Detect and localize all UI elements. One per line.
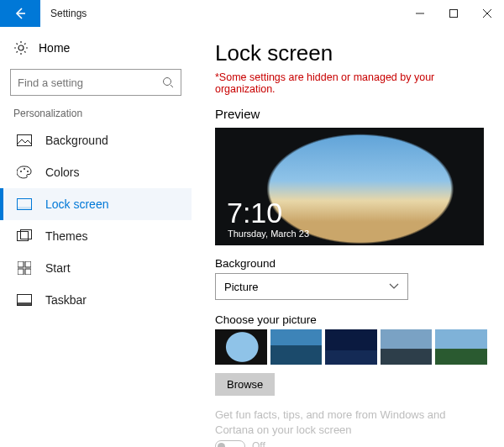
app-title: Settings xyxy=(40,0,97,27)
sidebar-item-lock-screen[interactable]: Lock screen xyxy=(0,188,192,220)
picture-thumb-3[interactable] xyxy=(325,329,377,365)
preview-label: Preview xyxy=(215,107,487,121)
funfacts-label: Get fun facts, tips, and more from Windo… xyxy=(215,408,487,437)
sidebar-item-label: Background xyxy=(45,134,108,147)
picture-thumb-2[interactable] xyxy=(270,329,323,365)
picture-thumb-5[interactable] xyxy=(435,329,487,365)
picture-thumbnails xyxy=(215,329,487,365)
sidebar-item-label: Lock screen xyxy=(45,197,108,211)
content: Lock screen *Some settings are hidden or… xyxy=(192,27,504,447)
minimize-icon xyxy=(416,9,424,18)
svg-point-1 xyxy=(18,45,24,50)
choose-picture-label: Choose your picture xyxy=(215,313,487,326)
minimize-button[interactable] xyxy=(403,0,437,27)
svg-rect-8 xyxy=(18,207,31,209)
svg-rect-12 xyxy=(25,261,31,267)
close-icon xyxy=(483,9,491,18)
lock-screen-preview: 7:10 Thursday, March 23 xyxy=(215,128,484,245)
background-dropdown-value: Picture xyxy=(224,281,258,293)
search-input[interactable] xyxy=(18,76,162,89)
funfacts-toggle-state: Off xyxy=(252,440,265,447)
preview-date: Thursday, March 23 xyxy=(228,229,309,239)
page-title: Lock screen xyxy=(215,40,487,66)
org-managed-note: *Some settings are hidden or managed by … xyxy=(215,71,487,95)
svg-point-6 xyxy=(27,171,29,172)
svg-point-4 xyxy=(20,171,22,172)
svg-rect-3 xyxy=(18,135,32,146)
sidebar-item-label: Start xyxy=(45,261,71,275)
background-dropdown[interactable]: Picture xyxy=(215,273,408,300)
sidebar-item-taskbar[interactable]: Taskbar xyxy=(0,284,192,316)
toggle-knob xyxy=(218,443,225,447)
svg-rect-14 xyxy=(25,269,31,275)
sidebar: Home Personalization Background Colors L… xyxy=(0,27,192,447)
sidebar-section-label: Personalization xyxy=(0,108,192,124)
svg-point-5 xyxy=(24,168,25,170)
svg-rect-0 xyxy=(450,10,458,18)
funfacts-toggle: Off xyxy=(215,440,487,447)
toggle-track xyxy=(215,440,245,447)
sidebar-item-home[interactable]: Home xyxy=(0,34,192,62)
svg-point-2 xyxy=(164,78,171,86)
titlebar: Settings xyxy=(0,0,504,27)
search-input-wrap[interactable] xyxy=(10,69,181,96)
sidebar-item-label: Themes xyxy=(45,229,88,243)
sidebar-item-start[interactable]: Start xyxy=(0,252,192,284)
sidebar-home-label: Home xyxy=(39,41,70,55)
sidebar-item-background[interactable]: Background xyxy=(0,124,192,156)
arrow-left-icon xyxy=(13,7,27,20)
sidebar-item-label: Taskbar xyxy=(45,293,87,307)
chevron-down-icon xyxy=(389,283,399,290)
picture-icon xyxy=(17,133,32,148)
start-icon xyxy=(17,260,32,276)
close-button[interactable] xyxy=(470,0,504,27)
maximize-icon xyxy=(449,9,458,18)
palette-icon xyxy=(17,165,32,180)
lock-screen-icon xyxy=(17,197,32,212)
taskbar-icon xyxy=(17,292,32,308)
sidebar-item-label: Colors xyxy=(45,166,79,179)
browse-button[interactable]: Browse xyxy=(215,373,275,396)
picture-thumb-1[interactable] xyxy=(215,329,267,365)
search-icon xyxy=(162,76,174,88)
maximize-button[interactable] xyxy=(437,0,470,27)
svg-rect-13 xyxy=(18,269,24,275)
svg-rect-16 xyxy=(18,302,31,305)
background-label: Background xyxy=(215,257,487,270)
back-button[interactable] xyxy=(0,0,40,27)
gear-icon xyxy=(13,40,29,55)
sidebar-item-themes[interactable]: Themes xyxy=(0,220,192,252)
preview-time: 7:10 xyxy=(227,198,282,227)
sidebar-item-colors[interactable]: Colors xyxy=(0,156,192,188)
themes-icon xyxy=(17,229,32,244)
svg-rect-11 xyxy=(18,261,24,267)
picture-thumb-4[interactable] xyxy=(381,329,433,365)
